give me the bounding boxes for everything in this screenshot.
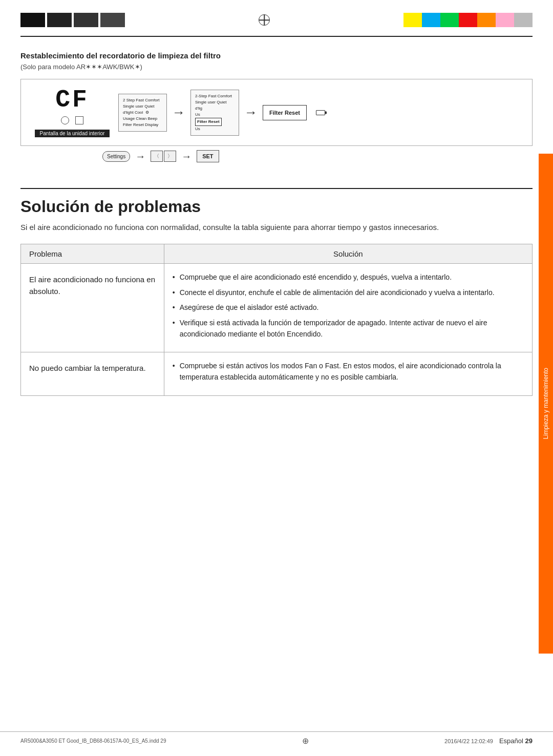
unit-icon-square xyxy=(75,116,83,124)
solution-item-0-3: Verifique si está activada la función de… xyxy=(173,318,524,340)
filter-reset-inline-box: Filter Reset xyxy=(195,118,222,126)
battery-icon xyxy=(316,110,325,115)
problem-cell-1: No puedo cambiar la temperatura. xyxy=(21,352,164,395)
remote-panel-1-line1: 2 Step Fast Comfort xyxy=(123,97,162,103)
color-block-1 xyxy=(20,13,45,27)
set-button[interactable]: SET xyxy=(197,150,219,162)
remote-panel-2-filter-reset: Filter Reset xyxy=(195,118,235,126)
solution-cell-0: Compruebe que el aire acondicionado esté… xyxy=(164,264,532,352)
problem-cell-0: El aire acondicionado no funciona en abs… xyxy=(21,264,164,352)
page-number-label: Español 29 xyxy=(499,737,533,745)
footer-center: ⊕ xyxy=(302,736,309,746)
footer-right-area: 2016/4/22 12:02:49 Español 29 xyxy=(444,737,533,745)
indoor-unit-display: CF Pantalla de la unidad interior xyxy=(31,88,113,137)
color-block-pink xyxy=(496,13,514,27)
nav-left-button[interactable]: 〈 xyxy=(151,151,163,162)
solution-item-0-2: Asegúrese de que el aislador esté activa… xyxy=(173,302,524,313)
table-row: El aire acondicionado no funciona en abs… xyxy=(21,264,533,352)
cf-sub-icons xyxy=(61,116,83,124)
indoor-unit-label: Pantalla de la unidad interior xyxy=(35,130,110,137)
unit-icon-circle xyxy=(61,116,69,124)
sidebar-label-text: Limpieza y mantenimiento xyxy=(542,368,549,439)
solution-item-0-0: Compruebe que el aire acondicionado esté… xyxy=(173,272,524,283)
color-block-orange xyxy=(477,13,496,27)
color-block-cyan xyxy=(422,13,440,27)
remote-panel-1-line3: d'light Cool ⚙ xyxy=(123,110,162,116)
step-controls xyxy=(316,110,325,115)
color-block-2 xyxy=(47,13,72,27)
filter-section-title: Restablecimiento del recordatorio de lim… xyxy=(20,51,533,60)
settings-button[interactable]: Settings xyxy=(102,151,130,162)
nav-right-button[interactable]: 〉 xyxy=(164,151,176,162)
remote-panel-2-line3: d'lig xyxy=(195,106,235,112)
remote-panel-2-line5: Us xyxy=(195,126,235,132)
remote-panel-1: 2 Step Fast Comfort Single user Quiet d'… xyxy=(118,94,167,132)
color-blocks-left xyxy=(20,9,125,31)
remote-panel-1-line5: Filter Reset Display xyxy=(123,122,162,128)
arrow-4: → xyxy=(181,151,192,162)
sidebar-label: Limpieza y mantenimiento xyxy=(539,154,553,654)
crosshair-icon xyxy=(259,14,270,26)
color-block-4 xyxy=(100,13,125,27)
footer-right-text: 2016/4/22 12:02:49 xyxy=(444,738,493,744)
color-block-red xyxy=(459,13,477,27)
table-row: No puedo cambiar la temperatura.Comprueb… xyxy=(21,352,533,395)
main-content: Restablecimiento del recordatorio de lim… xyxy=(0,37,553,396)
solution-item-0-1: Conecte el disyuntor, enchufe el cable d… xyxy=(173,287,524,299)
top-crosshair-area xyxy=(125,9,403,31)
arrow-3: → xyxy=(135,151,145,162)
footer-left-text: AR5000&A3050 ET Good_IB_DB68-06157A-00_E… xyxy=(20,738,166,744)
remote-panel-1-line2: Single user Quiet xyxy=(123,103,162,110)
table-header-row: Problema Solución xyxy=(21,244,533,264)
trouble-table: Problema Solución El aire acondicionado … xyxy=(20,244,533,396)
remote-panel-2: 2-Step Fast Comfort Single user Quiet d'… xyxy=(190,90,239,136)
col-header-solution: Solución xyxy=(164,244,532,264)
filter-section-subtitle: (Solo para modelo AR✶✶✶AWK/BWK✶) xyxy=(20,63,533,71)
color-block-gray xyxy=(514,13,533,27)
troubleshoot-section: Solución de problemas Si el aire acondic… xyxy=(20,173,533,396)
remote-panel-2-line2: Single user Quiet xyxy=(195,99,235,106)
troubleshoot-intro: Si el aire acondicionado no funciona con… xyxy=(20,221,533,234)
footer-crosshair: ⊕ xyxy=(302,736,309,746)
nav-arrows: 〈 〉 xyxy=(151,151,176,162)
diagram-box: CF Pantalla de la unidad interior 2 Step… xyxy=(20,79,533,146)
remote-panel-2-line1: 2-Step Fast Comfort xyxy=(195,93,235,99)
color-block-3 xyxy=(74,13,98,27)
diagram-row: CF Pantalla de la unidad interior 2 Step… xyxy=(31,88,522,137)
arrow-2: → xyxy=(244,104,258,120)
remote-panel-2-line4: Us xyxy=(195,112,235,118)
remote-panel-1-line4: Usage Clean Beep xyxy=(123,116,162,122)
cf-display-text: CF xyxy=(55,88,89,112)
color-block-yellow xyxy=(403,13,422,27)
arrow-1: → xyxy=(172,104,185,120)
filter-reset-button: Filter Reset xyxy=(263,105,307,120)
col-header-problem: Problema xyxy=(21,244,164,264)
top-bar xyxy=(0,0,553,31)
troubleshoot-title: Solución de problemas xyxy=(20,188,533,216)
filter-section: Restablecimiento del recordatorio de lim… xyxy=(20,37,533,173)
solution-item-1-0: Compruebe si están activos los modos Fan… xyxy=(173,361,524,383)
color-block-green xyxy=(440,13,459,27)
page-footer: AR5000&A3050 ET Good_IB_DB68-06157A-00_E… xyxy=(0,731,553,746)
solution-cell-1: Compruebe si están activos los modos Fan… xyxy=(164,352,532,395)
color-blocks-right xyxy=(403,9,533,31)
settings-row: Settings → 〈 〉 → SET xyxy=(20,150,533,162)
